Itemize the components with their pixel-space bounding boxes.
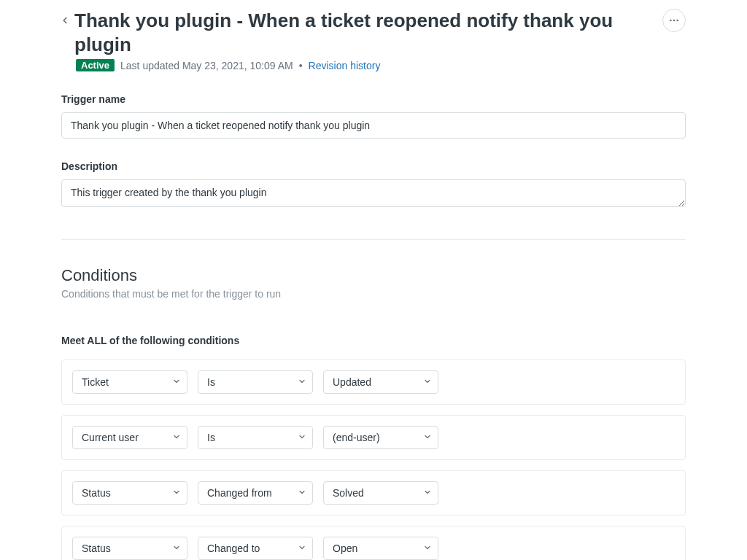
chevron-down-icon [172,432,181,443]
condition-operator-select[interactable]: Changed from [198,481,313,505]
condition-row: StatusChanged toOpen [61,526,686,560]
condition-field-select[interactable]: Status [72,481,187,505]
trigger-name-input[interactable] [61,112,686,139]
chevron-down-icon [172,376,181,388]
chevron-down-icon [423,542,432,554]
overflow-menu-button[interactable] [662,9,686,32]
chevron-down-icon [423,487,432,499]
condition-row: TicketIsUpdated [61,359,686,405]
conditions-heading: Conditions [61,266,686,285]
description-label: Description [61,160,686,172]
svg-point-0 [670,20,672,22]
condition-field-select-value: Current user [82,432,139,443]
condition-operator-select-value: Changed to [207,542,260,554]
condition-operator-select-value: Is [207,376,215,388]
condition-field-select-value: Status [82,542,111,554]
revision-history-link[interactable]: Revision history [309,60,381,71]
condition-operator-select[interactable]: Is [198,370,313,394]
trigger-name-label: Trigger name [61,93,686,105]
condition-field-select[interactable]: Ticket [72,370,187,394]
chevron-down-icon [423,432,432,443]
last-updated-text: Last updated May 23, 2021, 10:09 AM [120,60,293,71]
meta-separator: • [299,60,303,71]
condition-value-select-value: Open [333,542,357,554]
back-button[interactable] [60,9,74,31]
svg-point-1 [673,20,676,22]
conditions-subtext: Conditions that must be met for the trig… [61,288,686,300]
condition-value-select[interactable]: Open [323,537,438,560]
condition-field-select-value: Status [82,487,111,499]
condition-field-select[interactable]: Current user [72,426,187,449]
condition-value-select[interactable]: Solved [323,481,438,505]
meet-all-heading: Meet ALL of the following conditions [61,335,686,346]
condition-operator-select[interactable]: Is [198,426,313,449]
section-divider [61,239,686,240]
svg-point-2 [676,20,678,22]
chevron-down-icon [298,487,306,499]
chevron-down-icon [423,376,432,388]
condition-operator-select-value: Is [207,432,215,443]
chevron-down-icon [298,376,306,388]
page-title: Thank you plugin - When a ticket reopene… [74,9,662,56]
condition-value-select-value: Solved [333,487,364,499]
status-badge: Active [76,59,115,71]
condition-value-select-value: Updated [333,376,371,388]
chevron-down-icon [172,542,181,554]
condition-field-select[interactable]: Status [72,537,187,560]
chevron-down-icon [172,487,181,499]
chevron-down-icon [298,542,306,554]
chevron-down-icon [298,432,306,443]
condition-value-select[interactable]: (end-user) [323,426,438,449]
condition-field-select-value: Ticket [82,376,109,388]
condition-value-select-value: (end-user) [333,432,380,443]
condition-row: StatusChanged fromSolved [61,470,686,516]
condition-row: Current userIs(end-user) [61,415,686,460]
condition-operator-select-value: Changed from [207,487,272,499]
condition-operator-select[interactable]: Changed to [198,537,313,560]
description-textarea[interactable] [61,179,686,207]
condition-value-select[interactable]: Updated [323,370,438,394]
